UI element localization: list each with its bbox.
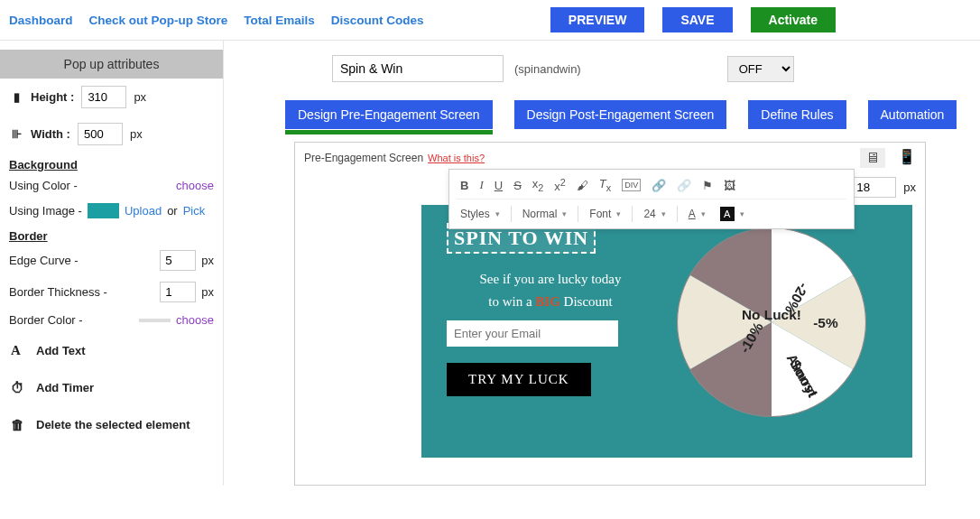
status-select[interactable]: OFF — [727, 56, 794, 82]
sidebar-title: Pop up attributes — [0, 50, 223, 79]
tab-design-pre[interactable]: Design Pre-Engagement Screen — [285, 100, 493, 129]
spin-wheel[interactable]: 📍 -20% Sorry! — [672, 223, 871, 422]
email-input[interactable] — [447, 320, 618, 347]
subscript-icon[interactable]: x2 — [532, 177, 544, 193]
delete-element-button[interactable]: 🗑 Delete the selected element — [0, 406, 223, 443]
clear-format-icon[interactable]: Tx — [599, 177, 611, 193]
tab-rules[interactable]: Define Rules — [748, 100, 846, 129]
italic-icon[interactable]: I — [479, 178, 483, 192]
div-icon[interactable]: DIV — [622, 179, 641, 191]
wheel-seg-5: No Luck! — [742, 307, 801, 322]
nav-discountcodes[interactable]: Discount Codes — [331, 14, 424, 27]
strike-icon[interactable]: S — [513, 179, 522, 192]
popup-line2b[interactable]: BIG — [535, 294, 560, 309]
styles-select[interactable]: Styles▾ — [457, 206, 504, 222]
text-color-icon[interactable]: A▾ — [685, 206, 709, 222]
superscript-icon[interactable]: x2 — [554, 177, 566, 193]
border-color-label: Border Color - — [9, 313, 83, 327]
edge-unit: px — [201, 254, 214, 267]
choose-color-link[interactable]: choose — [176, 179, 214, 192]
editor-breadcrumb: Pre-Engagement Screen — [304, 152, 423, 164]
using-color-label: Using Color - — [9, 179, 78, 192]
height-input[interactable] — [81, 86, 126, 108]
add-text-label: Add Text — [36, 344, 86, 357]
editor-frame: Pre-Engagement Screen What is this? 🖥 📱 … — [294, 142, 926, 486]
tab-automation[interactable]: Automation — [868, 100, 957, 129]
try-luck-button[interactable]: TRY MY LUCK — [447, 363, 591, 396]
text-icon: A — [11, 343, 27, 358]
popup-canvas[interactable]: SPIN TO WIN See if you are lucky today t… — [421, 205, 912, 458]
border-unit: px — [201, 285, 214, 299]
height-unit: px — [134, 90, 146, 104]
background-section: Background — [0, 153, 223, 173]
add-text-button[interactable]: A Add Text — [0, 332, 223, 369]
width-label: Width : — [31, 127, 70, 141]
nav-totalemails[interactable]: Total Emails — [244, 14, 315, 27]
font-select[interactable]: Font▾ — [586, 206, 624, 222]
nav-dashboard[interactable]: Dashboard — [9, 14, 73, 27]
nav-popupstore[interactable]: Check out Pop-up Store — [89, 14, 228, 27]
width-input[interactable] — [78, 123, 123, 145]
save-button[interactable]: SAVE — [662, 7, 732, 32]
height-icon: ▮ — [9, 90, 23, 104]
edge-curve-input[interactable] — [160, 250, 196, 271]
add-timer-label: Add Timer — [36, 381, 94, 394]
pick-link[interactable]: Pick — [183, 204, 206, 218]
bold-icon[interactable]: B — [460, 179, 468, 192]
link-icon[interactable]: 🔗 — [652, 179, 666, 192]
mobile-icon[interactable]: 📱 — [898, 148, 916, 168]
sidebar: Pop up attributes ▮ Height : px ⊪ Width … — [0, 41, 224, 486]
edge-curve-label: Edge Curve - — [9, 254, 79, 267]
add-timer-button[interactable]: ⏱ Add Timer — [0, 369, 223, 406]
tab-design-post[interactable]: Design Post-Engagement Screen — [514, 100, 727, 129]
block-select[interactable]: Normal▾ — [519, 206, 571, 222]
font-size-unit: px — [903, 181, 916, 194]
bg-color-icon[interactable]: A▾ — [717, 205, 748, 223]
rich-text-toolbar: B I U S x2 x2 🖌 Tx DIV 🔗 🔗 ⚑ 🖼 — [448, 169, 855, 229]
underline-icon[interactable]: U — [495, 179, 503, 192]
width-icon: ⊪ — [9, 127, 23, 141]
brush-icon[interactable]: 🖌 — [577, 179, 588, 192]
border-thickness-input[interactable] — [160, 282, 196, 302]
desktop-icon[interactable]: 🖥 — [860, 148, 885, 168]
or-text: or — [167, 204, 178, 218]
fontsize-select[interactable]: 24▾ — [640, 206, 669, 222]
trash-icon: 🗑 — [11, 417, 27, 432]
height-label: Height : — [31, 90, 74, 104]
bg-swatch[interactable] — [88, 203, 119, 218]
border-color-swatch[interactable] — [139, 319, 171, 322]
popup-name-input[interactable] — [332, 55, 504, 82]
unlink-icon[interactable]: 🔗 — [677, 179, 691, 192]
width-unit: px — [130, 127, 143, 141]
popup-slug: (spinandwin) — [514, 62, 581, 76]
activate-button[interactable]: Activate — [751, 7, 836, 32]
border-section: Border — [0, 224, 223, 245]
flag-icon[interactable]: ⚑ — [702, 179, 713, 192]
preview-button[interactable]: PREVIEW — [550, 7, 645, 32]
wheel-seg-2: -5% — [813, 315, 838, 330]
popup-line1[interactable]: See if you are lucky today — [447, 272, 654, 287]
timer-icon: ⏱ — [11, 380, 27, 395]
delete-label: Delete the selected element — [36, 418, 190, 431]
popup-line2a[interactable]: to win a — [488, 294, 535, 309]
choose-border-link[interactable]: choose — [176, 313, 214, 327]
font-size-input[interactable] — [851, 177, 896, 198]
upload-link[interactable]: Upload — [125, 204, 162, 218]
border-thickness-label: Border Thickness - — [9, 285, 107, 299]
image-icon[interactable]: 🖼 — [724, 179, 735, 192]
what-is-this-link[interactable]: What is this? — [428, 153, 485, 163]
using-image-label: Using Image - — [9, 204, 82, 218]
popup-line2c[interactable]: Discount — [560, 294, 613, 309]
